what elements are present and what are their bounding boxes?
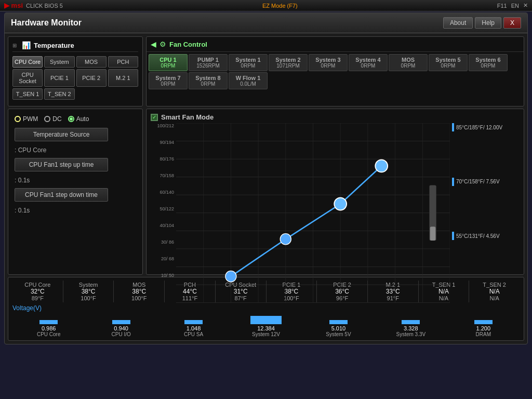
scroll-thumb[interactable]: [430, 227, 436, 241]
close-top-btn[interactable]: ✕: [523, 2, 528, 9]
fan-tab-mos-name: MOS: [393, 57, 423, 63]
auto-radio[interactable]: Auto: [68, 115, 89, 123]
volt-bar-cpu-io: [112, 320, 130, 324]
help-button[interactable]: Help: [475, 17, 501, 29]
temp-btn-pch[interactable]: PCH: [108, 56, 138, 68]
volt-item-cpu-io: 0.940 CPU I/O: [85, 314, 157, 337]
expand-icon[interactable]: ⊞: [12, 43, 17, 48]
chart-svg-wrapper[interactable]: [176, 123, 450, 303]
y-label-7: 30/ 86: [151, 240, 174, 245]
volt-item-dram: 1.200 DRAM: [447, 314, 520, 337]
about-button[interactable]: About: [443, 17, 473, 29]
temp-btn-cpu-socket[interactable]: CPU Socket: [12, 69, 43, 87]
curve-point-3[interactable]: [334, 198, 347, 210]
fan-tab-sys7[interactable]: System 7 0RPM: [149, 72, 188, 89]
temp-btn-m21[interactable]: M.2 1: [108, 69, 138, 87]
temp-cell-cpu-core: CPU Core 32°C 89°F: [12, 281, 63, 302]
voltage-label: Voltage(V): [12, 304, 520, 312]
volt-name-sys12v: System 12V: [230, 331, 302, 337]
temp-cell-tsen2: T_SEN 2 N/A N/A: [469, 281, 520, 302]
pwm-radio-circle: [15, 116, 21, 122]
temp-btn-pcie2[interactable]: PCIE 2: [76, 69, 107, 87]
fan-tab-wflow1-rpm: 0.0L/M: [233, 81, 263, 87]
content-area: ⊞ 📊 Temperature CPU Core System MOS PCH …: [5, 33, 527, 344]
dc-radio[interactable]: DC: [44, 115, 61, 123]
fan-tab-mos-rpm: 0RPM: [393, 63, 423, 69]
fan-tab-cpu1-name: CPU 1: [153, 57, 183, 63]
y-label-5: 50/122: [151, 206, 174, 211]
fan-tab-sys3-name: System 3: [313, 57, 343, 63]
chart-y-labels-left: 100/212 90/194 80/176 70/158 60/140 50/1…: [151, 123, 174, 303]
volt-val-sys5v: 5.010: [302, 325, 375, 331]
smart-fan-checkbox[interactable]: ✓: [151, 114, 158, 121]
temp-cell-cpu-core-name: CPU Core: [15, 282, 61, 288]
temp-source-button[interactable]: Temperature Source: [15, 128, 108, 141]
volt-bar-cpu-sa: [184, 320, 203, 324]
volt-bar-cpu-core: [39, 320, 58, 324]
temp-cell-system: System 38°C 100°F: [63, 281, 114, 302]
top-bar: ▶ msi CLICK BIOS 5 EZ Mode (F7) F11 EN ✕: [0, 0, 532, 11]
close-button[interactable]: X: [503, 17, 521, 29]
curve-point-4[interactable]: [375, 159, 388, 172]
chart-title-row: ✓ Smart Fan Mode: [151, 113, 520, 121]
right-label-2: 55°C/131°F/ 4.56V: [452, 232, 520, 240]
fan-tab-pump1[interactable]: PUMP 1 1526RPM: [189, 54, 228, 71]
lang-btn[interactable]: EN: [511, 3, 519, 9]
volt-name-dram: DRAM: [447, 331, 520, 337]
fan-tab-sys1[interactable]: System 1 0RPM: [229, 54, 268, 71]
y-label-0: 100/212: [151, 123, 174, 128]
temp-btn-tsen1[interactable]: T_SEN 1: [12, 88, 43, 100]
y-label-8: 20/ 68: [151, 256, 174, 261]
right-bar-0: [452, 123, 454, 131]
temp-button-grid: CPU Core System MOS PCH CPU Socket PCIE …: [12, 56, 138, 100]
fan-panel-header: ◀ ⚙ Fan Control: [147, 37, 524, 52]
volt-val-cpu-core: 0.986: [12, 325, 85, 331]
volt-name-cpu-core: CPU Core: [12, 331, 85, 337]
fan-tab-wflow1[interactable]: W Flow 1 0.0L/M: [229, 72, 268, 89]
fan-tab-sys2-name: System 2: [273, 57, 303, 63]
chart-right-labels: 85°C/185°F/ 12.00V 70°C/158°F/ 7.56V 55°…: [452, 123, 520, 303]
right-text-1: 70°C/158°F/ 7.56V: [456, 179, 500, 184]
pwm-radio[interactable]: PWM: [15, 115, 38, 123]
chart-container: 100/212 90/194 80/176 70/158 60/140 50/1…: [151, 123, 520, 303]
temp-btn-mos[interactable]: MOS: [76, 56, 107, 68]
volt-item-sys5v: 5.010 System 5V: [302, 314, 375, 337]
temp-cell-mos: MOS 38°C 100°F: [114, 281, 165, 302]
right-text-0: 85°C/185°F/ 12.00V: [456, 125, 502, 130]
fan-tab-mos[interactable]: MOS 0RPM: [389, 54, 428, 71]
step-down-value: : 0.1s: [15, 207, 136, 214]
volt-bar-wrap-sys12v: [230, 314, 302, 324]
fan-tab-sys4[interactable]: System 4 0RPM: [349, 54, 388, 71]
temp-btn-system[interactable]: System: [44, 56, 74, 68]
fan-tab-sys2[interactable]: System 2 1071RPM: [269, 54, 308, 71]
fan-curve-chart[interactable]: [176, 123, 450, 303]
right-label-0: 85°C/185°F/ 12.00V: [452, 123, 520, 131]
dc-label: DC: [52, 115, 61, 123]
temp-cell-tsen2-c: N/A: [471, 288, 517, 295]
fan-nav-left[interactable]: ◀: [151, 40, 156, 48]
main-window: Hardware Monitor About Help X ⊞ 📊 Temper…: [4, 12, 528, 344]
temp-source-value: : CPU Core: [15, 147, 136, 154]
step-down-button[interactable]: CPU Fan1 step down time: [15, 188, 108, 202]
fan-tab-sys5-name: System 5: [433, 57, 463, 63]
temperature-panel: ⊞ 📊 Temperature CPU Core System MOS PCH …: [8, 36, 143, 107]
volt-val-cpu-sa: 1.048: [157, 325, 230, 331]
temp-btn-tsen2[interactable]: T_SEN 2: [44, 88, 74, 100]
temp-btn-cpu-core[interactable]: CPU Core: [12, 56, 43, 68]
curve-point-2[interactable]: [280, 234, 291, 245]
fan-tab-sys6[interactable]: System 6 0RPM: [469, 54, 508, 71]
volt-bar-sys33v: [402, 320, 420, 324]
ez-mode-label[interactable]: EZ Mode (F7): [262, 3, 298, 9]
temp-btn-pcie1[interactable]: PCIE 1: [44, 69, 74, 87]
volt-bar-sys5v: [329, 320, 348, 324]
curve-point-1[interactable]: [225, 271, 236, 282]
fan-tab-sys8[interactable]: System 8 0RPM: [189, 72, 228, 89]
fan-tab-sys5[interactable]: System 5 0RPM: [429, 54, 468, 71]
step-up-button[interactable]: CPU Fan1 step up time: [15, 158, 108, 171]
fan-tab-cpu1[interactable]: CPU 1 0RPM: [149, 54, 188, 71]
fan-tab-sys3[interactable]: System 3 0RPM: [309, 54, 348, 71]
fan-tab-pump1-name: PUMP 1: [193, 57, 223, 63]
f11-btn[interactable]: F11: [497, 3, 507, 9]
fan-tab-sys4-name: System 4: [353, 57, 383, 63]
top-section: ⊞ 📊 Temperature CPU Core System MOS PCH …: [8, 36, 524, 107]
